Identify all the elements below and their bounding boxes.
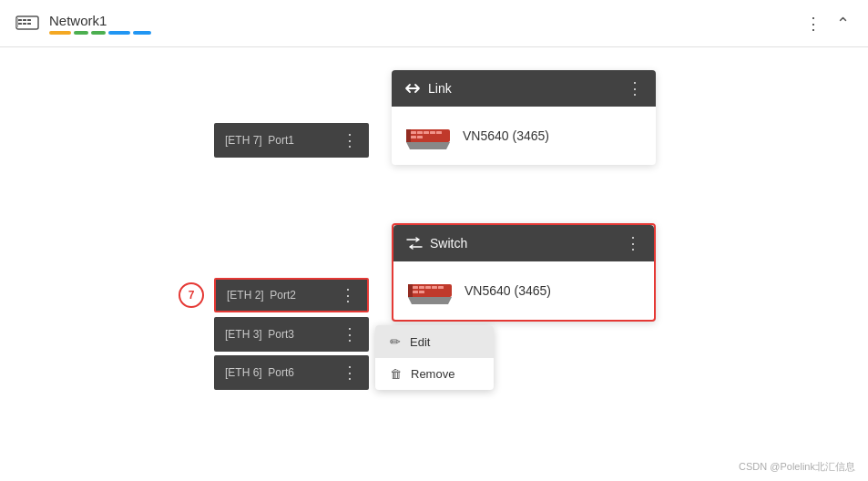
- svg-rect-12: [424, 131, 429, 134]
- svg-rect-24: [438, 286, 444, 289]
- context-menu-edit[interactable]: ✏ Edit: [375, 325, 494, 358]
- color-seg-3: [91, 31, 106, 35]
- port3-menu-button[interactable]: ⋮: [342, 324, 358, 344]
- color-bar: [49, 31, 151, 35]
- svg-rect-5: [23, 23, 26, 25]
- svg-rect-26: [419, 291, 424, 293]
- switch-card-title: Switch: [430, 236, 467, 251]
- switch-device-name: VN5640 (3465): [465, 283, 551, 298]
- port6-item[interactable]: [ETH 6] Port6 ⋮: [214, 355, 369, 390]
- svg-rect-10: [411, 131, 416, 134]
- color-seg-4: [108, 31, 130, 35]
- port6-label: [ETH 6] Port6: [225, 366, 294, 379]
- network-icon: [15, 13, 40, 35]
- header-left: Network1: [15, 13, 151, 35]
- svg-rect-14: [436, 131, 442, 134]
- port1-menu-button[interactable]: ⋮: [342, 130, 358, 150]
- switch-device-icon: [406, 277, 454, 304]
- header-actions: ⋮ ⌃: [802, 10, 853, 37]
- svg-rect-7: [16, 18, 18, 27]
- svg-rect-13: [430, 131, 435, 134]
- port3-item[interactable]: [ETH 3] Port3 ⋮: [214, 317, 369, 352]
- svg-rect-22: [425, 286, 431, 289]
- port3-label: [ETH 3] Port3: [225, 328, 294, 341]
- svg-rect-4: [18, 23, 22, 25]
- port6-menu-button[interactable]: ⋮: [342, 363, 358, 383]
- link-card-body: VN5640 (3465): [392, 107, 656, 165]
- expand-button[interactable]: ⌃: [832, 10, 853, 37]
- context-menu-remove[interactable]: 🗑 Remove: [375, 358, 494, 390]
- switch-card-body: VN5640 (3465): [393, 261, 654, 320]
- edit-icon: ✏: [390, 334, 401, 349]
- svg-rect-2: [23, 19, 26, 21]
- port2-item[interactable]: [ETH 2] Port2 ⋮: [214, 278, 369, 312]
- annotation-number: 7: [189, 289, 195, 302]
- svg-rect-21: [419, 286, 424, 289]
- link-device-icon: [404, 122, 452, 149]
- svg-rect-15: [411, 136, 416, 138]
- color-seg-5: [133, 31, 151, 35]
- color-seg-2: [74, 31, 88, 35]
- page-title: Network1: [49, 13, 151, 28]
- switch-card: Switch ⋮ VN5640 (3465): [392, 223, 656, 322]
- switch-card-title-group: Switch: [406, 236, 467, 251]
- svg-rect-3: [27, 19, 31, 21]
- link-card-title: Link: [428, 81, 452, 96]
- context-menu: ✏ Edit 🗑 Remove: [375, 325, 494, 390]
- svg-rect-25: [413, 291, 418, 293]
- link-card-menu-button[interactable]: ⋮: [627, 78, 643, 98]
- switch-icon: [406, 237, 423, 250]
- link-device-name: VN5640 (3465): [463, 128, 549, 143]
- color-seg-1: [49, 31, 71, 35]
- svg-rect-19: [408, 284, 413, 297]
- watermark: CSDN @Polelink北汇信息: [739, 460, 855, 474]
- link-card-title-group: Link: [404, 81, 452, 96]
- more-options-button[interactable]: ⋮: [802, 10, 825, 37]
- link-card-header: Link ⋮: [392, 70, 656, 107]
- header: Network1 ⋮ ⌃: [0, 0, 868, 47]
- svg-rect-1: [18, 19, 22, 21]
- remove-icon: 🗑: [390, 367, 402, 381]
- canvas: Link ⋮ VN5640 (3465) [ETH 7] Port1 ⋮: [0, 47, 868, 481]
- annotation-circle: 7: [179, 282, 204, 308]
- svg-rect-6: [27, 23, 31, 25]
- svg-marker-27: [408, 297, 452, 304]
- switch-card-menu-button[interactable]: ⋮: [625, 233, 641, 253]
- svg-rect-23: [432, 286, 437, 289]
- switch-card-header: Switch ⋮: [393, 225, 654, 261]
- context-menu-edit-label: Edit: [410, 335, 430, 349]
- port2-label: [ETH 2] Port2: [227, 289, 296, 302]
- link-card: Link ⋮ VN5640 (3465): [392, 70, 656, 165]
- port2-menu-button[interactable]: ⋮: [340, 285, 356, 305]
- svg-marker-17: [406, 142, 450, 149]
- svg-rect-20: [413, 286, 418, 289]
- context-menu-remove-label: Remove: [411, 367, 454, 381]
- header-title-group: Network1: [49, 13, 151, 35]
- svg-rect-16: [417, 136, 423, 138]
- port1-item[interactable]: [ETH 7] Port1 ⋮: [214, 123, 369, 158]
- svg-rect-9: [406, 129, 411, 142]
- link-icon: [404, 83, 421, 94]
- svg-rect-11: [417, 131, 423, 134]
- port1-label: [ETH 7] Port1: [225, 134, 294, 147]
